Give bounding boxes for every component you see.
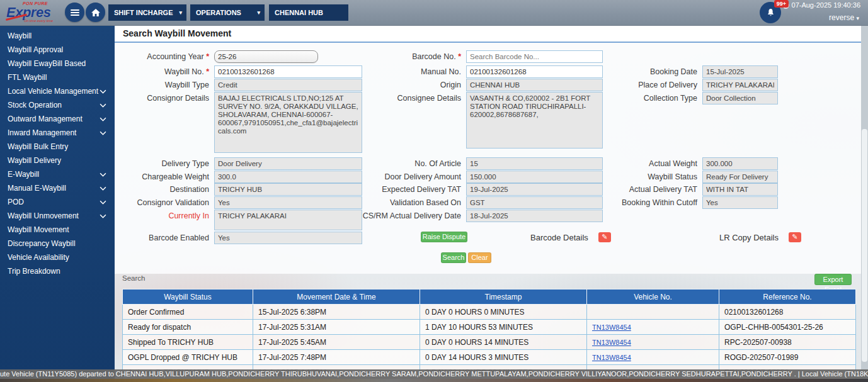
sidebar-item-inward-management[interactable]: Inward Management [0,126,115,140]
destination-label: Destination [115,183,214,194]
sidebar-item-label: FTL Waybill [8,73,47,82]
sidebar-item-label: Waybill Delivery [8,156,61,165]
sidebar-item-waybill-bulk-entry[interactable]: Waybill Bulk Entry [0,140,115,154]
waybill-no-label: Waybill No. [115,65,214,76]
results-section-label: Search [122,274,145,282]
sidebar-item-label: Waybill Movement [8,225,69,234]
sidebar-item-label: Waybill EwayBill Based [8,59,86,68]
chargeable-weight-field [214,171,362,183]
notifications-button[interactable]: 99+ [760,2,781,23]
menu-toggle-button[interactable] [65,3,84,22]
barcode-details-label: Barcode Details [530,232,588,242]
ticker-text: ute Vehicle (TN11Y5085) departed to CHEN… [0,370,868,378]
sidebar-item-waybill-movement[interactable]: Waybill Movement [0,223,115,237]
header-datetime: 07-Aug-2025 19:40:36 [782,1,860,9]
booking-date-label: Booking Date [595,65,702,76]
sidebar-item-label: Local Vehicle Management [8,87,98,96]
cell-status: Order Confirmed [123,305,253,320]
home-button[interactable] [86,3,105,22]
sidebar-item-vehicle-availability[interactable]: Vehicle Availability [0,250,115,264]
cs-rm-actual-delivery-date-label: CS/RM Actual Delivery Date [354,210,466,220]
cell-status: Ready for dispatch [123,320,253,335]
sidebar-item-outward-management[interactable]: Outward Management [0,112,115,126]
actual-delivery-tat-label: Actual Delivery TAT [595,183,702,194]
export-excel-button[interactable]: Export Excel [814,274,852,285]
lr-copy-details-label: LR Copy Details [719,232,779,242]
sidebar-nav: Waybill Waybill Approval Waybill EwayBil… [0,25,115,382]
table-row: Shipped To TRICHY HUB 17-Jul-2025 5:45AM… [123,335,856,350]
manual-no-input[interactable] [466,65,603,78]
actual-delivery-tat-field [702,183,778,196]
door-delivery-amount-field [466,171,603,183]
chevron-down-icon [100,131,106,135]
notification-badge: 99+ [774,0,789,8]
sidebar-item-trip-breakdown[interactable]: Trip Breakdown [0,264,115,278]
chevron-down-icon: ▾ [179,4,182,21]
cell-reference: RPC-202507-00938 [719,335,856,350]
sidebar-item-waybill[interactable]: Waybill [0,29,115,43]
search-button[interactable]: Search [441,252,466,263]
cell-timestamp: 0 DAY 14 HOURS 3 MINUTES [420,350,587,365]
vehicle-link[interactable]: TN13W8454 [592,354,631,361]
col-movement-datetime: Movement Date & Time [253,289,420,305]
hub-input[interactable]: CHENNAI HUB [269,4,348,21]
module-dropdown[interactable]: OPERATIONS ▾ [190,4,265,21]
sidebar-item-waybill-approval[interactable]: Waybill Approval [0,43,115,57]
chevron-down-icon [100,172,106,177]
barcode-no-input[interactable] [466,50,603,63]
vehicle-link[interactable]: TN13W8454 [592,323,631,331]
chevron-down-icon [100,186,106,191]
sidebar-item-manual-e-waybill[interactable]: Manual E-Waybill [0,181,115,195]
cell-status: Shipped To TRICHY HUB [123,335,253,350]
barcode-details-edit-icon[interactable]: ✎ [598,232,611,242]
cell-datetime: 17-Jul-2025 7:48PM [253,350,420,365]
sidebar-item-pod[interactable]: POD [0,195,115,209]
sidebar-item-discrepancy-waybill[interactable]: Discrepancy Waybill [0,237,115,250]
sidebar-item-local-vehicle-management[interactable]: Local Vehicle Management [0,84,115,98]
clear-button[interactable]: Clear [468,252,491,263]
cell-datetime: 15-Jul-2025 6:38PM [253,305,420,320]
raise-dispute-button[interactable]: Raise Dispute [421,232,467,242]
sidebar-item-stock-operation[interactable]: Stock Operation [0,98,115,112]
page-title-bar: Search Waybill Movement [115,25,861,43]
sidebar-item-label: Discrepancy Waybill [8,239,76,248]
delivery-type-label: Delivery Type [115,157,214,168]
accounting-year-label: Accounting Year [115,50,214,61]
movement-table: Waybill Status Movement Date & Time Time… [122,289,856,380]
delivery-type-field [214,157,362,170]
chevron-down-icon [100,103,106,108]
cell-reference: ROGD-202507-01989 [719,350,856,365]
currently-in-textarea: TRICHY PALAKARAI [214,210,362,230]
currently-in-label: Currently In [115,210,214,220]
accounting-year-select[interactable] [214,50,318,63]
actual-weight-field [702,157,778,170]
table-row: Ready for dispatch 17-Jul-2025 5:31AM 1 … [123,320,856,335]
scrollbar-thumb[interactable] [862,129,867,362]
sidebar-item-ftl-waybill[interactable]: FTL Waybill [0,70,115,84]
sidebar-item-waybill-unmovement[interactable]: Waybill Unmovement [0,209,115,223]
sidebar-item-e-waybill[interactable]: E-Waybill [0,167,115,181]
lr-copy-details-edit-icon[interactable]: ✎ [789,232,801,242]
cs-rm-actual-delivery-date-field [466,210,603,222]
chevron-down-icon: ▾ [856,15,859,21]
cell-reference: 02100132601268 [719,305,856,320]
col-vehicle-no: Vehicle No. [587,289,719,305]
role-dropdown[interactable]: SHIFT INCHARGE ▾ [108,4,186,21]
sidebar-item-waybill-delivery[interactable]: Waybill Delivery [0,154,115,167]
waybill-no-input[interactable] [214,65,362,78]
cell-vehicle: TN13W8454 [587,320,719,335]
collection-type-field [702,92,778,104]
cell-vehicle: TN13W8454 [587,350,719,365]
brand-logo[interactable]: PON PURE Expres On time every time [6,1,71,25]
consignor-validation-label: Consignor Validation [115,196,214,207]
sidebar-item-waybill-ewaybill-based[interactable]: Waybill EwayBill Based [0,57,115,70]
vehicle-link[interactable]: TN13W8454 [592,339,631,346]
chargeable-weight-label: Chargeable Weight [115,171,214,181]
sidebar-item-label: Outward Management [8,115,83,123]
vertical-scrollbar[interactable] [861,25,868,382]
sidebar-item-label: Trip Breakdown [8,267,60,276]
user-menu[interactable]: reverse ▾ [829,13,859,22]
waybill-type-field [214,79,362,91]
cell-datetime: 17-Jul-2025 5:31AM [253,320,420,335]
consignee-details-textarea: VASANTH & CO,620002 - 2B1 FORT STATION R… [466,92,603,149]
